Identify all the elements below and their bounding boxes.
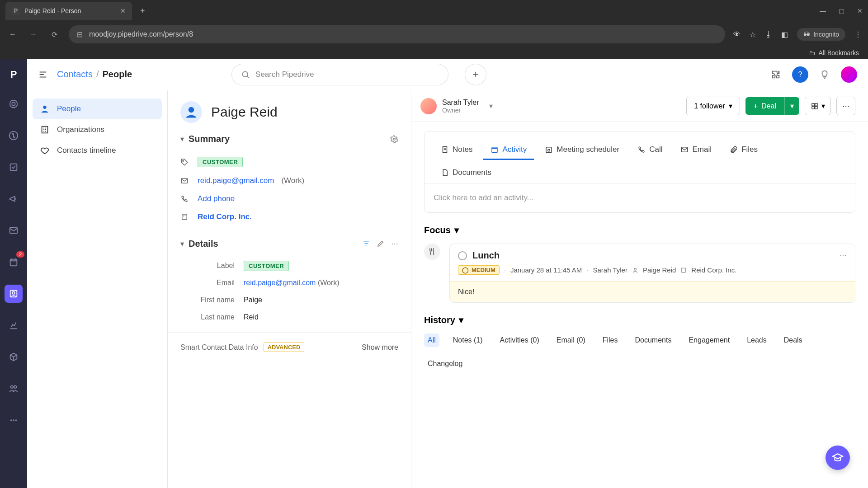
bookmark-star-icon[interactable]: ☆ bbox=[750, 30, 756, 39]
academy-fab[interactable] bbox=[826, 446, 850, 470]
close-window-icon[interactable]: ✕ bbox=[857, 7, 863, 14]
sidebar-item-people[interactable]: People bbox=[33, 99, 162, 119]
history-tab-documents[interactable]: Documents bbox=[632, 333, 675, 347]
url-field[interactable]: ⊟ moodjoy.pipedrive.com/person/8 bbox=[69, 25, 725, 43]
focus-header[interactable]: Focus ▾ bbox=[424, 225, 855, 235]
download-icon[interactable]: ⭳ bbox=[765, 30, 772, 38]
chevron-down-icon[interactable]: ▾ bbox=[180, 135, 184, 143]
rail-mail-icon[interactable] bbox=[5, 221, 23, 239]
close-icon[interactable]: ✕ bbox=[120, 7, 126, 14]
customer-tag[interactable]: CUSTOMER bbox=[244, 261, 289, 271]
tab-files[interactable]: Files bbox=[722, 141, 765, 160]
add-phone-link[interactable]: Add phone bbox=[198, 194, 235, 203]
history-header[interactable]: History ▾ bbox=[424, 314, 855, 325]
rail-dollar-icon[interactable] bbox=[5, 127, 23, 145]
new-tab-button[interactable]: + bbox=[140, 6, 145, 16]
email-link[interactable]: reid.paige@gmail.com bbox=[198, 176, 274, 185]
history-tab-deals[interactable]: Deals bbox=[780, 333, 806, 347]
breadcrumb-root[interactable]: Contacts bbox=[57, 69, 93, 80]
history-tab-email[interactable]: Email (0) bbox=[553, 333, 589, 347]
search-input[interactable]: Search Pipedrive bbox=[231, 64, 448, 85]
rail-chart-icon[interactable] bbox=[5, 316, 23, 334]
tab-documents[interactable]: Documents bbox=[434, 164, 846, 183]
lunch-icon bbox=[424, 244, 440, 260]
history-tab-changelog[interactable]: Changelog bbox=[424, 357, 466, 371]
rail-target-icon[interactable] bbox=[5, 95, 23, 113]
activity-contact: Paige Reid bbox=[643, 266, 676, 274]
more-icon[interactable]: ⋯ bbox=[840, 251, 847, 260]
layout-button[interactable]: ▾ bbox=[805, 97, 831, 115]
rail-more-icon[interactable] bbox=[5, 411, 23, 429]
details-header: ▾ Details ⋯ bbox=[180, 239, 398, 249]
all-bookmarks-link[interactable]: All Bookmarks bbox=[819, 49, 859, 56]
org-link[interactable]: Reid Corp. Inc. bbox=[198, 212, 252, 221]
deal-button-main[interactable]: + Deal bbox=[745, 98, 784, 115]
svg-point-27 bbox=[548, 149, 550, 151]
owner-block[interactable]: Sarah Tyler Owner ▾ bbox=[420, 98, 493, 114]
activity-note: Nice! bbox=[450, 281, 855, 302]
dot-sep: · bbox=[586, 266, 588, 274]
email-link[interactable]: reid.paige@gmail.com bbox=[244, 279, 316, 286]
puzzle-icon[interactable] bbox=[768, 66, 784, 83]
tab-call[interactable]: Call bbox=[630, 141, 670, 160]
reload-button[interactable]: ⟳ bbox=[48, 30, 61, 39]
section-title: Summary bbox=[189, 134, 230, 144]
eye-off-icon[interactable]: 👁 bbox=[733, 30, 741, 38]
more-icon[interactable]: ⋯ bbox=[391, 239, 398, 248]
complete-checkbox[interactable] bbox=[458, 251, 467, 260]
rail-megaphone-icon[interactable] bbox=[5, 190, 23, 208]
kebab-icon[interactable]: ⋮ bbox=[854, 30, 862, 39]
forward-button[interactable]: → bbox=[27, 30, 40, 38]
activity-input[interactable]: Click here to add an activity... bbox=[424, 183, 855, 213]
right-wrapper: Sarah Tyler Owner ▾ 1 follower ▾ + Deal bbox=[411, 90, 868, 488]
tab-email[interactable]: Email bbox=[673, 141, 719, 160]
sidebar-item-label: Organizations bbox=[57, 125, 104, 134]
gear-icon[interactable] bbox=[390, 135, 398, 143]
rail-people-icon[interactable] bbox=[5, 380, 23, 398]
sidebar-item-timeline[interactable]: Contacts timeline bbox=[33, 140, 162, 161]
show-more-link[interactable]: Show more bbox=[362, 343, 398, 352]
back-button[interactable]: ← bbox=[6, 30, 19, 38]
maximize-icon[interactable]: ▢ bbox=[839, 7, 844, 14]
activity-body[interactable]: Lunch ⋯ ◯ MEDIUM · January 28 at 1 bbox=[449, 244, 855, 303]
browser-tab[interactable]: P Paige Reid - Person ✕ bbox=[5, 2, 132, 20]
tab-notes[interactable]: Notes bbox=[434, 141, 480, 160]
logo-icon[interactable]: P bbox=[7, 68, 20, 81]
history-tab-leads[interactable]: Leads bbox=[743, 333, 770, 347]
followers-label: 1 follower bbox=[694, 102, 725, 110]
chevron-down-icon[interactable]: ▾ bbox=[489, 102, 493, 110]
menu-toggle-icon[interactable] bbox=[38, 70, 48, 80]
rail-contacts-icon[interactable] bbox=[5, 285, 23, 303]
minimize-icon[interactable]: ― bbox=[820, 7, 826, 14]
tab-label: Files bbox=[741, 145, 758, 154]
help-icon[interactable]: ? bbox=[792, 66, 808, 83]
chevron-down-icon[interactable]: ▾ bbox=[180, 239, 184, 248]
rail-calendar-icon[interactable]: 2 bbox=[5, 253, 23, 271]
lightbulb-icon[interactable] bbox=[816, 66, 833, 83]
add-button[interactable]: + bbox=[465, 64, 486, 85]
deal-button[interactable]: + Deal ▾ bbox=[745, 97, 799, 115]
history-tab-engagement[interactable]: Engagement bbox=[685, 333, 733, 347]
edit-icon[interactable] bbox=[377, 239, 385, 248]
rail-box-icon[interactable] bbox=[5, 348, 23, 366]
side-panel-icon[interactable]: ◧ bbox=[781, 30, 788, 39]
tab-activity[interactable]: Activity bbox=[483, 141, 534, 160]
detail-column: Paige Reid ▾ Summary CUSTOMER reid.paig bbox=[167, 90, 411, 488]
history-tab-notes[interactable]: Notes (1) bbox=[449, 333, 486, 347]
more-button[interactable]: ⋯ bbox=[836, 97, 855, 115]
tab-meeting[interactable]: Meeting scheduler bbox=[538, 141, 627, 160]
rail-checkbox-icon[interactable] bbox=[5, 158, 23, 176]
history-tab-files[interactable]: Files bbox=[599, 333, 622, 347]
filter-icon[interactable] bbox=[362, 239, 370, 248]
incognito-chip[interactable]: 🕶 Incognito bbox=[797, 28, 845, 41]
details-value: Reid bbox=[244, 313, 398, 321]
deal-dropdown[interactable]: ▾ bbox=[784, 97, 799, 115]
followers-button[interactable]: 1 follower ▾ bbox=[686, 97, 740, 115]
site-settings-icon[interactable]: ⊟ bbox=[77, 30, 83, 39]
sidebar-item-organizations[interactable]: Organizations bbox=[33, 119, 162, 140]
customer-tag[interactable]: CUSTOMER bbox=[198, 157, 243, 167]
email-type: (Work) bbox=[318, 279, 340, 286]
history-tab-activities[interactable]: Activities (0) bbox=[496, 333, 543, 347]
user-avatar[interactable] bbox=[841, 66, 857, 83]
history-tab-all[interactable]: All bbox=[424, 333, 439, 347]
